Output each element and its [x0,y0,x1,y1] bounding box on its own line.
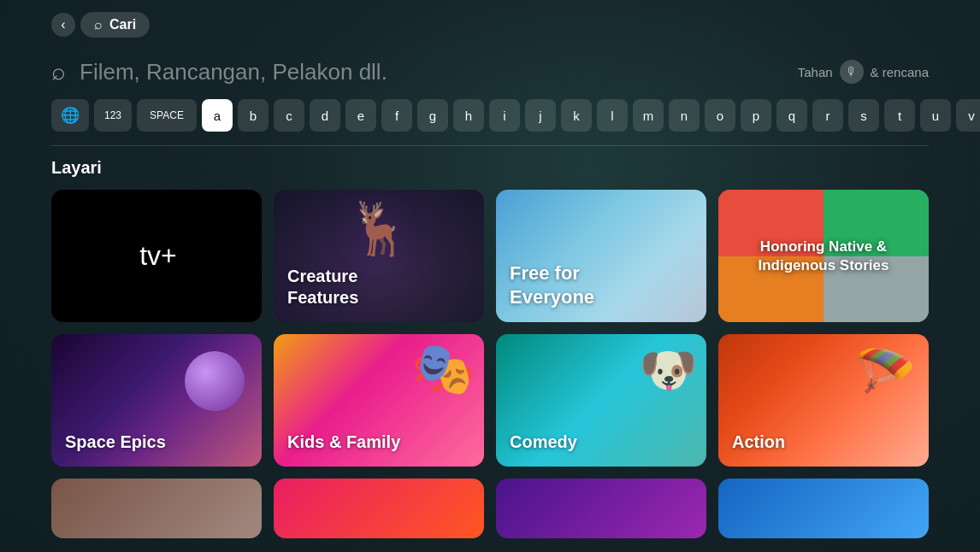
card-creature[interactable]: 🦌 CreatureFeatures [274,190,484,322]
key-k[interactable]: k [561,99,592,132]
search-icon-large: ⌕ [51,58,66,85]
key-m[interactable]: m [633,99,664,132]
key-i[interactable]: i [489,99,520,132]
key-q[interactable]: q [776,99,807,132]
search-nav-button[interactable]: ⌕ Cari [80,12,150,38]
key-g[interactable]: g [417,99,448,132]
card-space[interactable]: Space Epics [51,334,262,467]
browse-grid: tv+ 🦌 CreatureFeatures Free forEveryone … [51,190,929,467]
back-icon: ‹ [61,17,65,32]
card-bottom-1[interactable] [51,479,262,538]
card-space-label: Space Epics [65,432,166,453]
key-e[interactable]: e [345,99,376,132]
card-kids[interactable]: 🎭 Kids & Family [274,334,484,467]
top-nav: ‹ ⌕ Cari [51,0,929,46]
key-j[interactable]: j [525,99,556,132]
key-c[interactable]: c [274,99,304,132]
kids-character: 🎭 [411,338,475,399]
card-kids-label: Kids & Family [287,432,400,453]
mic-icon: 🎙 [846,65,858,79]
card-appletv[interactable]: tv+ [51,190,262,322]
key-b[interactable]: b [238,99,269,132]
card-native-label: Honoring Native & Indigenous Stories [729,237,918,274]
mic-button[interactable]: 🎙 [840,60,864,84]
divider [51,145,929,146]
browse-grid-bottom [51,479,929,538]
key-f[interactable]: f [381,99,412,132]
search-nav-icon: ⌕ [94,17,103,32]
key-n[interactable]: n [669,99,700,132]
back-button[interactable]: ‹ [51,13,75,37]
key-p[interactable]: p [741,99,771,132]
key-u[interactable]: u [920,99,951,132]
key-r[interactable]: r [812,99,843,132]
section-title: Layari [51,158,929,178]
keyboard-row: 🌐 123 SPACE a b c d e f g h i j k l m n … [51,94,929,140]
voice-hint-suffix: & rencana [871,65,929,79]
action-silhouette: 🪂 [854,343,916,401]
key-o[interactable]: o [705,99,735,132]
search-placeholder: Filem, Rancangan, Pelakon dll. [80,59,784,85]
space-key[interactable]: SPACE [137,99,197,132]
card-action[interactable]: 🪂 Action [718,334,929,467]
card-comedy-label: Comedy [510,432,577,453]
key-h[interactable]: h [453,99,484,132]
browse-section: Layari tv+ 🦌 CreatureFeatures Free forEv… [51,158,929,538]
voice-hint-prefix: Tahan [798,65,833,79]
key-t[interactable]: t [884,99,915,132]
key-s[interactable]: s [848,99,879,132]
card-bottom-4[interactable] [718,479,929,538]
space-planet [185,351,245,411]
numbers-key[interactable]: 123 [94,99,132,132]
card-action-label: Action [732,432,785,453]
globe-key[interactable]: 🌐 [51,99,89,132]
card-creature-label: CreatureFeatures [287,266,358,308]
key-d[interactable]: d [310,99,340,132]
appletv-logo: tv+ [136,240,177,272]
card-bottom-3[interactable] [496,479,706,538]
key-v[interactable]: v [956,99,980,132]
card-free-label: Free forEveryone [510,261,594,308]
appletv-text: tv+ [139,240,177,272]
card-comedy[interactable]: 🐶 Comedy [496,334,706,467]
search-nav-label: Cari [109,17,136,32]
card-native[interactable]: Honoring Native & Indigenous Stories [718,190,929,322]
comedy-character: 🐶 [639,343,698,398]
creature-silhouette: 🦌 [347,198,411,259]
key-a[interactable]: a [202,99,233,132]
card-free[interactable]: Free forEveryone [496,190,706,322]
search-bar: ⌕ Filem, Rancangan, Pelakon dll. Tahan 🎙… [51,46,929,94]
card-bottom-2[interactable] [274,479,484,538]
voice-hint: Tahan 🎙 & rencana [798,60,929,84]
key-l[interactable]: l [597,99,628,132]
